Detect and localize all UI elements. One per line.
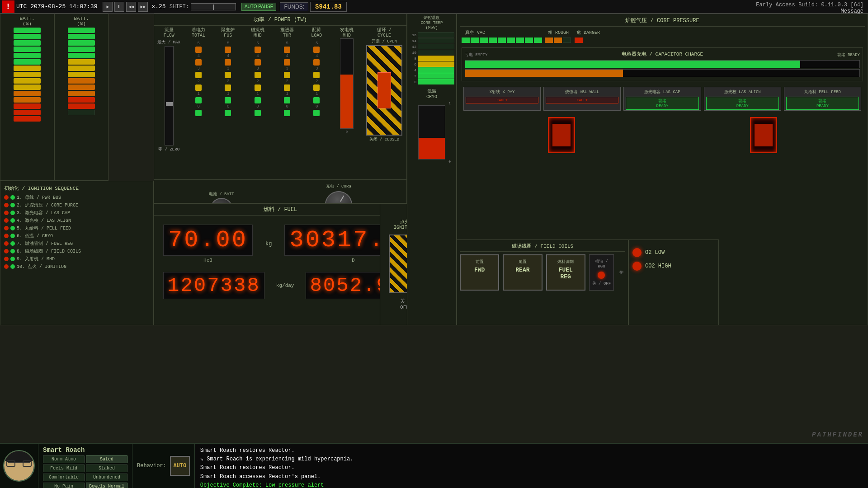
ign-label-8: 8. 磁场线圈 / FIELD COILS [17, 248, 81, 254]
led2-y3 [68, 72, 95, 77]
m-led-4 [255, 59, 261, 66]
led-g3 [14, 40, 41, 46]
stat-sated[interactable]: Sated [86, 455, 127, 463]
temp-num-0: 0 [409, 80, 416, 84]
fast-forward-button[interactable]: ▶▶ [138, 2, 148, 12]
rear-coil-btn[interactable]: 尾置 REAR [503, 254, 542, 291]
danger-label: 危 DANGER [575, 29, 602, 36]
he3-label: He3 [163, 258, 253, 263]
xray-btn[interactable]: X射线 X-RAY FAULT [463, 87, 541, 111]
stat-norm-atmo[interactable]: Norm Atmo [43, 455, 85, 463]
temp-num-6: 6 [409, 62, 416, 66]
led-y3 [14, 78, 41, 84]
cycle-label: 循环 /CYCLE [377, 28, 392, 38]
ign-label-6: 6. 低温 / CRYO [17, 233, 53, 239]
lamp-1 [548, 117, 575, 153]
shift-bar[interactable] [191, 3, 236, 10]
mhd-chrg-label: 充电 / CHRG [326, 183, 351, 189]
f-led-2 [225, 84, 231, 91]
lascap-label: 激光电容 LAS CAP [626, 90, 698, 95]
ign-dot-6-red [4, 234, 9, 238]
he3-rate: 1207338 [163, 272, 264, 299]
th-led-5 [284, 47, 290, 53]
led2-o2 [68, 84, 95, 90]
stat-unburdened[interactable]: Unburdened [86, 474, 127, 481]
fwd-coil-btn[interactable]: 前置 FWD [460, 254, 499, 291]
ign-step-2: 2. 炉腔清压 / CORE PURGE [4, 202, 150, 208]
led-r3 [14, 116, 41, 122]
stat-bowels-normal[interactable]: Bowels Normal [86, 483, 127, 488]
stat-comfortable[interactable]: Comfortable [43, 474, 85, 481]
lamp-2-inner [755, 124, 773, 146]
l-led-2 [313, 84, 320, 91]
cryo-fill [419, 138, 445, 159]
temp-bar-2 [418, 73, 454, 79]
cryo-num-1: 1 [409, 101, 451, 105]
pellfeed-ready: 就绪READY [786, 97, 859, 110]
cryo-num-0: 0 [409, 160, 451, 164]
funds-amount: $941.83 [310, 2, 347, 12]
ign-dot-8-red [4, 249, 9, 253]
ign-step-8: 8. 磁场线圈 / FIELD COILS [4, 248, 150, 254]
play-button[interactable]: ▶ [103, 2, 113, 12]
ign-step-1: 1. 母线 / PWR BUS [4, 194, 150, 201]
xray-label: X射线 X-RAY [466, 90, 538, 95]
thr-leds: 5 4 3 2 1 0 [284, 41, 290, 116]
rough-bars [545, 38, 572, 43]
led-g2 [14, 34, 41, 39]
vac-bar-8 [525, 38, 533, 43]
lamp-1-inner [552, 124, 571, 146]
lasalign-btn[interactable]: 激光校 LAS ALIGN 就绪READY [704, 87, 781, 111]
temp-num-14: 14 [409, 39, 416, 43]
led2-g4 [68, 47, 95, 52]
ign-dot-2-green [10, 203, 15, 207]
ign-label-5: 5. 丸给料 / PELL FEED [17, 225, 71, 231]
lascap-btn[interactable]: 激光电容 LAS CAP 就绪READY [623, 87, 701, 111]
led2-o1 [68, 78, 95, 84]
behavior-button[interactable]: AUTO [170, 456, 190, 476]
shift-label: SHIFT: [170, 4, 189, 10]
led2-r2 [68, 103, 95, 109]
ablwall-fault: FAULT [546, 97, 618, 103]
log-line-1: Smart Roach restores Reactor. [200, 446, 863, 455]
ign-label-4: 4. 激光校 / LAS ALIGN [17, 217, 71, 224]
l-led-5 [313, 47, 320, 53]
cryo-label: 低温CRYO [409, 88, 454, 99]
behavior-section: Behavior: AUTO [132, 444, 195, 488]
co2-label: CO2 HIGH [645, 263, 671, 269]
field-coils-panel: 磁场线圈 / FIELD COILS 前置 FWD 尾置 REAR 燃料调制 F… [457, 239, 628, 325]
stat-feels-mild[interactable]: Feels Mild [43, 465, 85, 472]
behavior-label: Behavior: [137, 463, 166, 469]
m-led-0 [255, 110, 261, 116]
thr-col: 推进器THR 5 4 3 2 1 0 [274, 28, 300, 178]
log-line-5: Objective Complete: Low pressure alert [200, 481, 863, 488]
funds-button[interactable]: FUNDS: [280, 2, 308, 11]
m-led-2 [255, 84, 261, 91]
f-led-3 [225, 72, 231, 78]
pellfeed-btn[interactable]: 丸给料 PELL FEED 就绪READY [784, 87, 861, 111]
vac-bar-1 [462, 38, 470, 43]
led2-g5 [68, 53, 95, 58]
flow-slider[interactable] [165, 46, 174, 145]
load-leds: 5 4 3 2 1 0 [313, 41, 320, 116]
pause-button[interactable]: ⏸ [114, 2, 124, 12]
step-back-button[interactable]: ◀◀ [126, 2, 136, 12]
log-arrow-2: ↘ [200, 456, 207, 462]
stat-slaked[interactable]: Slaked [86, 465, 127, 472]
auto-pause-button[interactable]: AUTO PAUSE [241, 3, 277, 11]
gen-mhd-slider[interactable] [340, 38, 354, 129]
pellfeed-label: 丸给料 PELL FEED [786, 90, 859, 95]
ign-dot-3-green [10, 211, 15, 215]
stat-no-pain[interactable]: No Pain [43, 483, 85, 488]
led-g4 [14, 47, 41, 52]
rear-coil-main: REAR [505, 267, 539, 273]
rate-unit-1: kg/day [276, 283, 294, 288]
th-led-2 [284, 84, 290, 91]
battery-panel-1: BATT.(%) [0, 14, 54, 181]
m-led-3 [255, 72, 261, 78]
ablwall-btn[interactable]: 烧蚀墙 ABL WALL FAULT [543, 87, 621, 111]
led-y4 [14, 84, 41, 90]
build-info: Early Access Build: 0.11.0.3 [64] [756, 2, 863, 8]
fuelreg-coil-btn[interactable]: 燃料调制 FUELREG [546, 254, 585, 291]
ign-dot-10-green [10, 264, 15, 269]
